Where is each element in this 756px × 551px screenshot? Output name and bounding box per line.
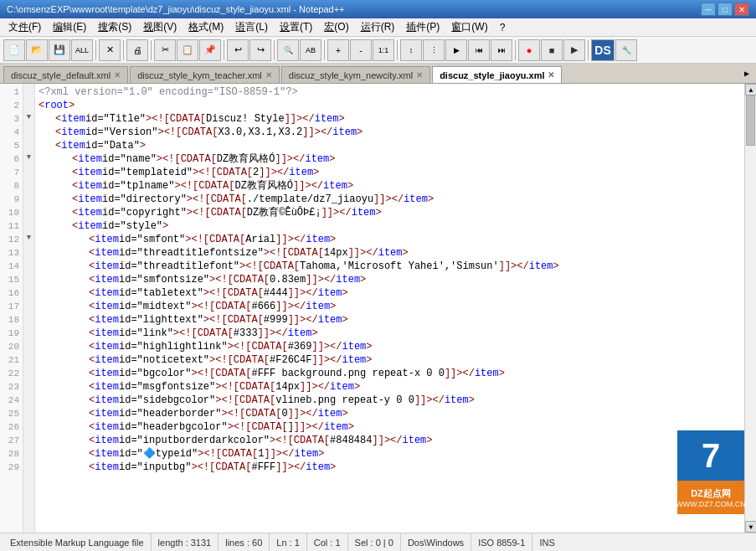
menu-window[interactable]: 窗口(W)	[446, 18, 492, 36]
toolbar-sep-8	[515, 40, 516, 60]
close-doc-button[interactable]: ✕	[99, 39, 121, 61]
fold-marker-6[interactable]: ▼	[23, 151, 34, 164]
maximize-button[interactable]: □	[717, 3, 733, 16]
line-num-10: 10	[0, 206, 23, 219]
redo-button[interactable]: ↪	[249, 39, 271, 61]
tb-btn-11[interactable]: ⏮	[468, 39, 490, 61]
line-num-13: 13	[0, 246, 23, 260]
tb-btn-10[interactable]: ▶	[445, 39, 467, 61]
menu-view[interactable]: 视图(V)	[138, 18, 182, 36]
tab-close-2[interactable]: ✕	[416, 70, 423, 80]
code-editor[interactable]: <?xml version="1.0" encoding="ISO-8859-1…	[35, 84, 744, 533]
menu-help[interactable]: ?	[495, 20, 511, 35]
fold-marker-9[interactable]	[23, 191, 34, 204]
menu-file[interactable]: 文件(F)	[3, 18, 46, 36]
fold-marker-21[interactable]	[23, 352, 34, 365]
vertical-scrollbar[interactable]: ▲ ▼	[744, 84, 756, 533]
fold-marker-13[interactable]	[23, 245, 34, 258]
tabs-scroll-arrow[interactable]: ▶	[741, 69, 753, 79]
tab-close-3[interactable]: ✕	[548, 70, 554, 80]
fold-marker-14[interactable]	[23, 258, 34, 271]
menu-settings[interactable]: 设置(T)	[275, 18, 317, 36]
menu-format[interactable]: 格式(M)	[183, 18, 229, 36]
scroll-track[interactable]	[745, 95, 756, 521]
paste-button[interactable]: 📌	[199, 39, 221, 61]
fold-marker-19[interactable]	[23, 325, 34, 338]
fold-marker-10[interactable]	[23, 204, 34, 218]
status-filetype: Extensible Markup Language file	[3, 533, 152, 551]
menu-language[interactable]: 语言(L)	[230, 18, 273, 36]
replace-button[interactable]: AB	[300, 39, 321, 61]
zoom-out-button[interactable]: -	[350, 39, 372, 61]
fold-marker-8[interactable]	[23, 178, 34, 191]
scroll-thumb[interactable]	[746, 95, 755, 146]
tab-2[interactable]: discuz_style_kym_newcity.xml ✕	[281, 66, 430, 83]
code-line-18: <item id="lighttext"><![CDATA[#999]]></i…	[39, 313, 741, 327]
zoom-in-button[interactable]: +	[327, 39, 349, 61]
find-button[interactable]: 🔍	[277, 39, 299, 61]
tab-close-0[interactable]: ✕	[114, 70, 121, 80]
extra-button[interactable]: 🔧	[615, 39, 637, 61]
menu-macro[interactable]: 宏(O)	[319, 18, 353, 36]
fold-marker-11[interactable]	[23, 218, 34, 231]
fold-marker-24[interactable]	[23, 392, 34, 405]
copy-button[interactable]: 📋	[177, 39, 198, 61]
fold-marker-22[interactable]	[23, 365, 34, 378]
tb-btn-12[interactable]: ⏭	[491, 39, 512, 61]
fold-marker-2[interactable]	[23, 97, 34, 111]
save-all-button[interactable]: ALL	[71, 39, 93, 61]
fold-marker-12[interactable]: ▼	[23, 231, 34, 245]
play-button[interactable]: ▶	[563, 39, 585, 61]
fold-marker-15[interactable]	[23, 271, 34, 285]
scroll-down-button[interactable]: ▼	[745, 521, 756, 533]
ds-button[interactable]: DS	[591, 39, 615, 61]
record-button[interactable]: ●	[518, 39, 540, 61]
line-num-21: 21	[0, 353, 23, 367]
fold-marker-7[interactable]	[23, 164, 34, 178]
cut-button[interactable]: ✂	[154, 39, 176, 61]
line-num-12: 12	[0, 233, 23, 246]
stop-button[interactable]: ■	[541, 39, 563, 61]
code-line-24: <item id="sidebgcolor"><![CDATA[ vlineb.…	[39, 394, 741, 407]
undo-button[interactable]: ↩	[227, 39, 249, 61]
line-num-2: 2	[0, 99, 23, 112]
new-button[interactable]: 📄	[3, 39, 25, 61]
fold-marker-20[interactable]	[23, 338, 34, 352]
save-button[interactable]: 💾	[49, 39, 70, 61]
minimize-button[interactable]: ─	[701, 3, 716, 16]
zoom-reset-button[interactable]: 1:1	[373, 39, 394, 61]
menu-plugins[interactable]: 插件(P)	[401, 18, 445, 36]
tab-1[interactable]: discuz_style_kym_teacher.xml ✕	[130, 66, 280, 83]
fold-marker-16[interactable]	[23, 285, 34, 298]
scroll-up-button[interactable]: ▲	[745, 84, 756, 95]
status-encoding: ISO 8859-1	[471, 533, 532, 551]
menu-search[interactable]: 搜索(S)	[93, 18, 136, 36]
code-line-29: <item id="inputbg"><![CDATA[#FFF]]></ite…	[39, 461, 741, 474]
print-button[interactable]: 🖨	[126, 39, 148, 61]
tb-btn-9[interactable]: ⋮	[423, 39, 445, 61]
menu-run[interactable]: 运行(R)	[356, 18, 400, 36]
tab-close-1[interactable]: ✕	[265, 70, 272, 80]
fold-marker-25[interactable]	[23, 405, 34, 419]
fold-marker-17[interactable]	[23, 298, 34, 312]
tab-0[interactable]: discuz_style_default.xml ✕	[3, 66, 128, 83]
fold-marker-3[interactable]: ▼	[23, 111, 34, 124]
fold-marker-27[interactable]	[23, 432, 34, 445]
fold-marker-1[interactable]	[23, 84, 34, 97]
fold-marker-5[interactable]	[23, 137, 34, 151]
line-num-8: 8	[0, 179, 23, 193]
menu-edit[interactable]: 编辑(E)	[48, 18, 91, 36]
tab-3[interactable]: discuz_style_jiaoyu.xml ✕	[432, 66, 562, 83]
fold-marker-4[interactable]	[23, 124, 34, 137]
tb-btn-8[interactable]: ↕	[400, 39, 422, 61]
close-button[interactable]: ✕	[734, 3, 749, 16]
fold-marker-28[interactable]	[23, 445, 34, 459]
open-button[interactable]: 📂	[26, 39, 48, 61]
fold-marker-26[interactable]	[23, 419, 34, 432]
fold-marker-23[interactable]	[23, 378, 34, 392]
fold-marker-18[interactable]	[23, 312, 34, 325]
line-num-29: 29	[0, 461, 23, 474]
dz-logo: 7 DZ起点网 WWW.DZ7.COM.CN	[677, 430, 744, 514]
fold-marker-29[interactable]	[23, 459, 34, 472]
line-num-6: 6	[0, 152, 23, 166]
